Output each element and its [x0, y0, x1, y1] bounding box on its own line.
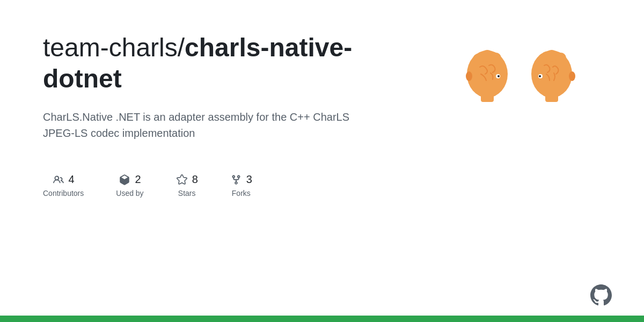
left-section: team-charls/charls-native-dotnet CharLS.…: [43, 32, 408, 197]
brain-illustration: [459, 43, 580, 107]
repo-title: team-charls/charls-native-dotnet: [43, 32, 408, 94]
org-name: team-charls/: [43, 33, 185, 62]
svg-point-6: [497, 75, 500, 77]
contributors-icon: [53, 174, 64, 186]
package-icon: [119, 174, 130, 186]
brain-head-right: [521, 43, 580, 107]
used-by-label: Used by: [116, 189, 143, 197]
main-content: team-charls/charls-native-dotnet CharLS.…: [0, 0, 644, 316]
forks-stat[interactable]: 3 Forks: [230, 173, 252, 197]
svg-rect-12: [545, 91, 558, 102]
used-by-count: 2: [135, 173, 141, 186]
fork-icon: [230, 174, 242, 186]
svg-point-10: [546, 50, 558, 62]
stars-stat-top: 8: [176, 173, 198, 186]
github-icon[interactable]: [590, 284, 612, 306]
forks-label: Forks: [232, 189, 251, 197]
contributors-stat[interactable]: 4 Contributors: [43, 173, 84, 197]
page-container: team-charls/charls-native-dotnet CharLS.…: [0, 0, 644, 322]
bottom-green-bar: [0, 316, 644, 322]
svg-point-15: [569, 71, 575, 81]
used-by-stat[interactable]: 2 Used by: [116, 173, 143, 197]
contributors-count: 4: [69, 173, 75, 186]
svg-point-11: [555, 53, 566, 63]
forks-count: 3: [246, 173, 252, 186]
contributors-stat-top: 4: [53, 173, 75, 186]
repo-description: CharLS.Native .NET is an adapter assembl…: [43, 109, 354, 141]
svg-point-3: [491, 53, 501, 63]
svg-rect-4: [481, 91, 494, 102]
github-icon-container[interactable]: [590, 284, 612, 306]
svg-point-7: [466, 71, 472, 81]
right-section: [459, 32, 601, 107]
stars-stat[interactable]: 8 Stars: [176, 173, 198, 197]
star-icon: [176, 174, 188, 186]
svg-point-14: [539, 75, 541, 77]
forks-stat-top: 3: [230, 173, 252, 186]
brain-head-left: [459, 43, 518, 107]
contributors-label: Contributors: [43, 189, 84, 197]
stars-count: 8: [192, 173, 198, 186]
stars-label: Stars: [178, 189, 196, 197]
used-by-stat-top: 2: [119, 173, 141, 186]
stats-row: 4 Contributors 2 Used by: [43, 173, 408, 197]
